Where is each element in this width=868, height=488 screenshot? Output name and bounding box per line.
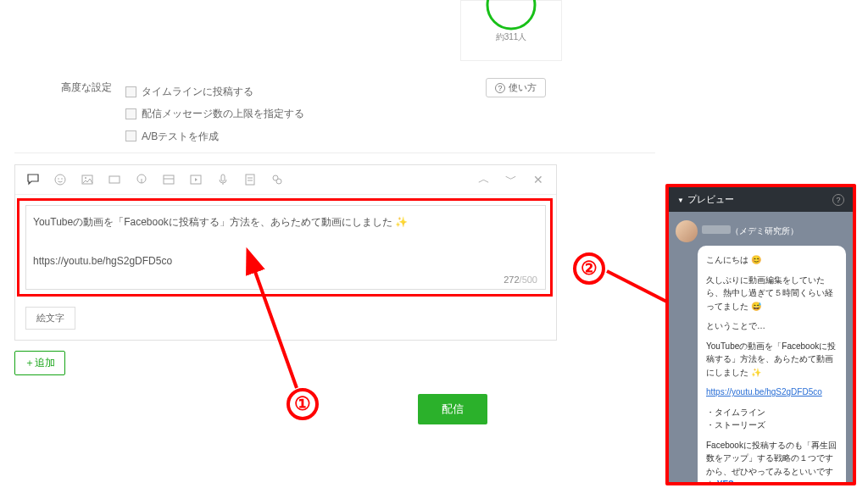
preview-header[interactable]: ▼プレビュー ?	[669, 187, 853, 212]
video-icon[interactable]	[188, 172, 203, 187]
submit-button[interactable]: 配信	[418, 394, 487, 424]
survey-icon[interactable]	[242, 172, 258, 187]
editor-toolbar: ︿ ﹀ ✕	[15, 165, 556, 195]
message-editor-panel: ︿ ﹀ ✕ 272/500 絵文字	[14, 164, 557, 341]
pv-line-5: ・タイムライン	[706, 406, 837, 419]
svg-point-16	[276, 179, 281, 184]
svg-point-1	[55, 175, 65, 185]
svg-rect-11	[221, 175, 225, 181]
preview-help-icon[interactable]: ?	[832, 194, 844, 206]
account-name-suffix: （メデミ研究所）	[731, 226, 798, 236]
coupon-icon[interactable]	[107, 172, 122, 187]
move-up-icon[interactable]: ︿	[476, 172, 492, 187]
svg-rect-6	[109, 176, 120, 183]
opt-limit: 配信メッセージ数の上限を指定する	[142, 103, 304, 125]
pv-line-2: 久しぶりに動画編集をしていたら、熱中し過ぎて５時間くらい経ってました 😅	[706, 274, 837, 313]
avatar	[676, 220, 698, 242]
howto-button[interactable]: ? 使い方	[486, 78, 546, 97]
svg-rect-8	[164, 175, 174, 184]
add-button[interactable]: ＋追加	[14, 351, 65, 375]
circle-progress-icon	[483, 0, 539, 33]
yes-sticker: YES	[717, 480, 734, 485]
richmenu-icon[interactable]	[134, 172, 149, 187]
opt-abtest: A/Bテストを作成	[142, 125, 219, 147]
triangle-down-icon: ▼	[677, 197, 684, 204]
pv-line-7: Facebookに投稿するのも「再生回数をアップ」する戦略の１つですから、ぜひや…	[706, 439, 837, 486]
pv-line-4: YouTubeの動画を「Facebookに投稿する」方法を、あらためて動画にしま…	[706, 340, 837, 380]
close-icon[interactable]: ✕	[531, 172, 546, 187]
checkbox-abtest[interactable]	[125, 130, 136, 141]
preview-panel: ▼プレビュー ? （メデミ研究所） こんにちは 😊 久しぶりに動画編集をしていた…	[665, 184, 856, 485]
pv-line-1: こんにちは 😊	[706, 253, 837, 267]
message-textarea[interactable]	[25, 205, 546, 290]
preview-message-bubble: こんにちは 😊 久しぶりに動画編集をしていたら、熱中し過ぎて５時間くらい経ってま…	[698, 246, 846, 485]
speech-bubble-icon[interactable]	[25, 172, 41, 187]
plugin-icon[interactable]	[270, 172, 285, 187]
pv-link[interactable]: https://youtu.be/hgS2gDFD5co	[706, 387, 822, 396]
opt-timeline: タイムラインに投稿する	[142, 80, 253, 103]
blurred-username	[702, 225, 731, 234]
audience-count: 約311人	[461, 31, 561, 43]
annotation-marker-2: ②	[573, 252, 605, 285]
preview-sender: （メデミ研究所）	[676, 220, 846, 242]
advanced-settings-options: タイムラインに投稿する 配信メッセージ数の上限を指定する A/Bテストを作成	[125, 80, 304, 147]
divider	[14, 152, 655, 153]
svg-point-2	[58, 178, 59, 180]
card-icon[interactable]	[161, 172, 176, 187]
char-counter: 272/500	[504, 274, 537, 285]
preview-title: プレビュー	[687, 194, 734, 204]
annotation-marker-1: ①	[287, 388, 319, 420]
svg-point-0	[487, 0, 535, 29]
image-icon[interactable]	[80, 172, 95, 187]
howto-label: 使い方	[509, 81, 537, 94]
voice-icon[interactable]	[215, 172, 231, 187]
pv-line-3: ということで…	[706, 319, 837, 333]
move-down-icon[interactable]: ﹀	[504, 172, 519, 187]
pv-line-6: ・ストーリーズ	[706, 419, 837, 432]
checkbox-limit[interactable]	[125, 108, 136, 119]
help-icon: ?	[495, 83, 505, 93]
emoji-button[interactable]: 絵文字	[25, 307, 75, 330]
svg-rect-12	[246, 175, 254, 185]
checkbox-timeline[interactable]	[125, 86, 136, 97]
svg-point-5	[85, 177, 86, 179]
emoji-face-icon[interactable]	[53, 172, 68, 187]
advanced-settings-label: 高度な設定	[61, 80, 112, 95]
svg-point-3	[61, 178, 63, 180]
audience-stat-card: 約311人	[460, 0, 562, 61]
